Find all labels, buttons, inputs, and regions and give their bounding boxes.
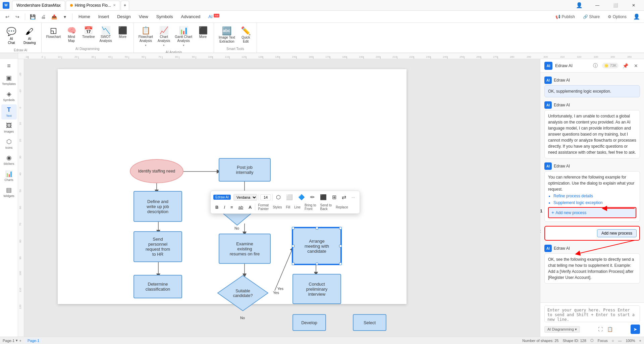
handle-tl[interactable] bbox=[292, 227, 294, 230]
shape-define[interactable]: Define andwrite up jobdescription bbox=[133, 191, 182, 222]
shape-determine[interactable]: Determineclassification bbox=[133, 275, 182, 298]
tb-more-btn[interactable]: ⬜ bbox=[284, 193, 295, 201]
chat-input[interactable] bbox=[544, 305, 640, 322]
sidebar-widgets-btn[interactable]: ▤ Widgets bbox=[1, 184, 17, 200]
ribbon-chart-analysis-btn[interactable]: 📈 ChartAnalysis ▾ bbox=[156, 26, 172, 48]
handle-bm[interactable] bbox=[316, 262, 318, 265]
tb-align-btn[interactable]: ⬛ bbox=[318, 193, 329, 201]
shape-suitable[interactable]: Suitablecandidate? Yes No bbox=[216, 274, 270, 312]
menu-ai[interactable]: AI hot bbox=[205, 13, 223, 20]
ribbon-swot-btn[interactable]: 📉 SWOTAnalysis bbox=[97, 26, 114, 44]
menu-symbols[interactable]: Symbols bbox=[153, 13, 176, 20]
canvas-area[interactable]: Identify staffing need Post jobinternall… bbox=[24, 59, 540, 337]
panel-close-btn[interactable]: ✕ bbox=[632, 62, 640, 70]
sidebar-charts-btn[interactable]: 📊 Charts bbox=[1, 168, 17, 184]
win-user-icon[interactable]: 👤 bbox=[572, 0, 587, 11]
suggestion-refine[interactable]: Refine process details bbox=[553, 193, 636, 199]
minus-btn[interactable]: — bbox=[618, 339, 622, 343]
ribbon-gantt-btn[interactable]: 📊 Gantt ChartAnalysis ▾ bbox=[173, 26, 194, 48]
ribbon-more2-btn[interactable]: ⬛ More bbox=[195, 26, 211, 40]
ribbon-flowchart-btn[interactable]: ◱ Flowchart bbox=[44, 26, 63, 40]
menu-advanced[interactable]: Advanced bbox=[177, 13, 204, 20]
menu-home[interactable]: Home bbox=[75, 13, 94, 20]
ribbon-image-text-btn[interactable]: 🔤 Image TextExtraction bbox=[217, 26, 237, 45]
font-size-input[interactable] bbox=[260, 194, 271, 200]
handle-br[interactable] bbox=[339, 262, 342, 265]
sidebar-images-btn[interactable]: 🖼 Images bbox=[1, 120, 17, 135]
font-select[interactable]: Verdana bbox=[233, 194, 257, 201]
tb-alt-btn[interactable]: ⊞ bbox=[330, 193, 338, 201]
tab-edrawmax[interactable]: Wondershare EdrawMax bbox=[12, 1, 65, 10]
win-restore-btn[interactable]: ⬜ bbox=[608, 0, 623, 11]
ribbon-flowchart-analysis-btn[interactable]: 📋 FlowchartAnalysis ▾ bbox=[137, 26, 155, 48]
export-btn[interactable]: 📤 bbox=[49, 12, 59, 21]
shape-conduct[interactable]: Conductpreliminaryinterview bbox=[292, 274, 341, 304]
menu-design[interactable]: Design bbox=[114, 13, 134, 20]
tb-style-btn[interactable]: ⬡ bbox=[274, 193, 283, 201]
sidebar-symbols-btn[interactable]: ◈ Symbols bbox=[1, 88, 17, 104]
gantt-icon: 📊 bbox=[179, 27, 188, 34]
shape-develop[interactable]: Develop bbox=[292, 314, 326, 331]
sidebar-stickers-btn[interactable]: ◉ Stickers bbox=[1, 152, 17, 167]
win-close-btn[interactable]: ✕ bbox=[626, 0, 641, 11]
ribbon-more1-btn[interactable]: ⬛ More bbox=[115, 26, 131, 40]
win-minimize-btn[interactable]: — bbox=[590, 0, 605, 11]
dropdown-btn[interactable]: ▾ bbox=[60, 12, 69, 21]
save-btn[interactable]: 💾 bbox=[28, 12, 37, 21]
tb-italic-btn[interactable]: I bbox=[222, 204, 227, 211]
shape-examine[interactable]: Examineexistingresumes on fire bbox=[219, 234, 271, 264]
add-process-highlight[interactable]: + Add new process bbox=[548, 207, 636, 218]
ribbon-quick-edit-btn[interactable]: ✏️ QuickEdit bbox=[238, 26, 254, 45]
redo-btn[interactable]: ↪ bbox=[13, 12, 22, 21]
sidebar-icons-btn[interactable]: ⬡ Icons bbox=[1, 136, 17, 151]
shape-send-personnel[interactable]: Sendpersonnelrequest fromto HR bbox=[133, 231, 182, 262]
suggestion-supplement[interactable]: Supplement logic exception bbox=[553, 200, 636, 206]
ribbon-ai-drawing-btn[interactable]: 🖌 AIDrawing bbox=[21, 26, 39, 46]
sidebar-expand-btn[interactable]: ≡ bbox=[1, 60, 17, 71]
copy-btn[interactable]: 📋 bbox=[606, 325, 614, 333]
new-tab-btn[interactable]: + bbox=[121, 1, 129, 10]
tb-line-btn[interactable]: ✏ bbox=[308, 193, 317, 201]
expand-input-btn[interactable]: ⛶ bbox=[596, 325, 604, 333]
page-add-btn[interactable]: + bbox=[19, 339, 21, 343]
options-btn[interactable]: ⚙ Options bbox=[605, 12, 629, 21]
shape-post-job[interactable]: Post jobinternally bbox=[219, 158, 271, 182]
tb-fill-btn[interactable]: 🔷 bbox=[296, 193, 307, 201]
ribbon-mindmap-btn[interactable]: 🧠 MindMap bbox=[63, 26, 79, 44]
canvas-page[interactable]: Identify staffing need Post jobinternall… bbox=[58, 69, 407, 304]
share-btn[interactable]: 🔗 Share bbox=[580, 12, 602, 21]
handle-bl[interactable] bbox=[292, 262, 294, 265]
panel-pin-btn[interactable]: 📌 bbox=[621, 62, 629, 70]
tab-close-icon[interactable]: ✕ bbox=[113, 3, 116, 7]
tb-bold-btn[interactable]: B bbox=[213, 204, 220, 211]
tb-textcolor-btn[interactable]: A bbox=[247, 204, 254, 211]
sidebar-text-btn[interactable]: T Text bbox=[1, 104, 17, 119]
shape-arrange[interactable]: Arrangemeeting withcandidate bbox=[292, 228, 341, 264]
handle-ml[interactable] bbox=[292, 245, 294, 247]
publish-btn[interactable]: 📢 Publish bbox=[553, 12, 578, 21]
add-process-action-btn[interactable]: Add new process bbox=[597, 229, 637, 237]
account-btn[interactable]: 👤 bbox=[632, 12, 641, 21]
tb-justify-btn[interactable]: ≡ bbox=[228, 204, 235, 211]
tb-underline-btn[interactable]: ab bbox=[236, 204, 245, 211]
undo-btn[interactable]: ↩ bbox=[3, 12, 12, 21]
tab-hiring[interactable]: Hiring Process Flo... ✕ bbox=[66, 1, 120, 10]
chat-area[interactable]: AI Edraw AI OK, supplementing logic exce… bbox=[540, 72, 644, 302]
send-btn[interactable]: ➤ bbox=[631, 325, 640, 334]
menu-insert[interactable]: Insert bbox=[95, 13, 113, 20]
handle-mr[interactable] bbox=[339, 245, 342, 247]
tb-more2-btn[interactable]: ··· bbox=[350, 194, 357, 201]
menu-view[interactable]: View bbox=[136, 13, 152, 20]
ribbon-timeline-btn[interactable]: 📅 Timeline bbox=[80, 26, 97, 40]
ribbon-ai-chat-btn[interactable]: 💬 AIChat bbox=[3, 26, 20, 46]
shape-identify[interactable]: Identify staffing need bbox=[130, 159, 183, 183]
panel-info-btn[interactable]: ⓘ bbox=[591, 62, 599, 70]
print-btn[interactable]: 🖨 bbox=[39, 12, 48, 21]
handle-tr[interactable] bbox=[339, 227, 342, 230]
sidebar-templates-btn[interactable]: ▣ Templates bbox=[1, 72, 17, 88]
plus-btn[interactable]: + bbox=[639, 339, 641, 343]
handle-tm[interactable] bbox=[316, 227, 318, 230]
shape-select[interactable]: Select bbox=[353, 314, 386, 331]
tb-replace-btn[interactable]: ⇄ bbox=[340, 193, 348, 201]
ai-mode-btn[interactable]: AI Diagramming ▾ bbox=[544, 326, 580, 333]
